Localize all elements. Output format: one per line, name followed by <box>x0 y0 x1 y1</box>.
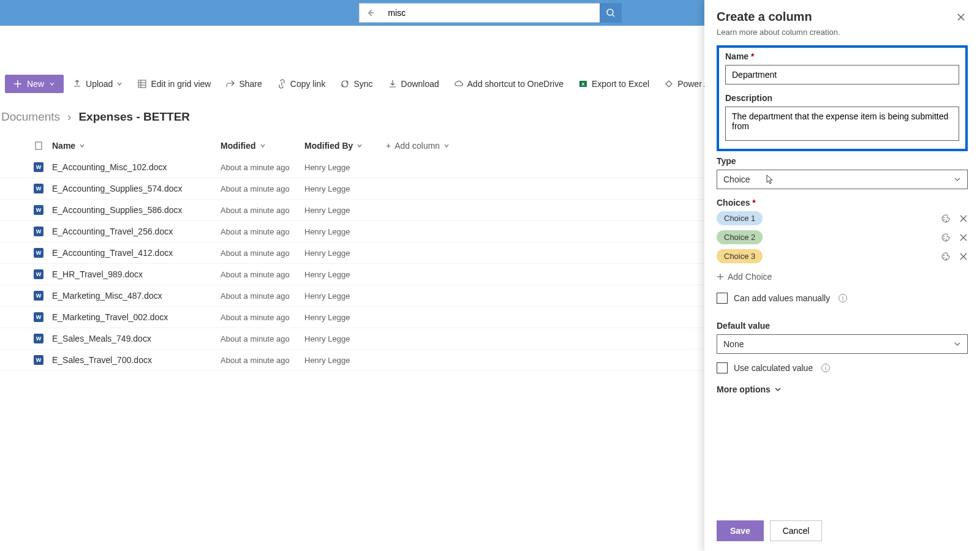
info-icon[interactable]: i <box>821 364 830 371</box>
file-name[interactable]: E_Accounting_Travel_256.docx <box>52 227 173 236</box>
chevron-down-icon <box>49 81 55 87</box>
search-icon <box>606 8 616 18</box>
edit-grid-label: Edit in grid view <box>151 79 211 89</box>
export-excel-button[interactable]: X Export to Excel <box>572 75 655 93</box>
edit-grid-button[interactable]: Edit in grid view <box>131 75 217 93</box>
word-file-icon <box>34 291 43 301</box>
modified-cell: About a minute ago <box>221 227 290 236</box>
type-select-value: Choice <box>723 174 750 184</box>
panel-subtitle-link[interactable]: Learn more about column creation. <box>717 28 968 37</box>
remove-choice-icon[interactable] <box>959 233 968 242</box>
panel-close-button[interactable] <box>954 10 968 24</box>
sync-label: Sync <box>353 79 372 89</box>
modified-by-cell: Henry Legge <box>304 249 350 258</box>
choice-pill[interactable]: Choice 2 <box>717 230 763 244</box>
modified-cell: About a minute ago <box>221 163 290 172</box>
chevron-down-icon <box>260 143 266 149</box>
cloud-plus-icon <box>454 79 464 89</box>
palette-icon[interactable] <box>941 252 951 261</box>
file-name[interactable]: E_Accounting_Misc_102.docx <box>52 162 167 172</box>
can-add-manually-checkbox[interactable] <box>717 293 728 304</box>
search-back-button[interactable] <box>359 3 382 23</box>
remove-choice-icon[interactable] <box>959 214 968 223</box>
file-name[interactable]: E_Marketing_Misc_487.docx <box>52 291 162 301</box>
svg-point-16 <box>946 220 947 222</box>
grid-icon <box>137 79 147 89</box>
share-button[interactable]: Share <box>219 75 268 93</box>
column-header-modified-by[interactable]: Modified By <box>304 141 386 151</box>
copy-link-button[interactable]: Copy link <box>271 75 332 93</box>
info-icon[interactable]: i <box>839 294 847 302</box>
modified-by-cell: Henry Legge <box>304 334 350 343</box>
description-label: Description <box>725 93 959 103</box>
choice-pill[interactable]: Choice 1 <box>717 211 763 225</box>
modified-cell: About a minute ago <box>221 291 290 301</box>
file-type-icon <box>34 141 43 151</box>
upload-button[interactable]: Upload <box>66 75 129 93</box>
svg-rect-11 <box>36 142 42 149</box>
chevron-down-icon <box>954 176 961 183</box>
word-file-icon <box>34 334 43 343</box>
description-textarea[interactable]: The department that the expense item is … <box>725 107 959 141</box>
can-add-manually-label: Can add values manually <box>734 293 830 303</box>
breadcrumb-current: Expenses - BETTER <box>78 110 190 124</box>
file-name[interactable]: E_Marketing_Travel_002.docx <box>52 312 168 322</box>
svg-point-1 <box>607 9 613 15</box>
choice-row: Choice 3 <box>717 249 968 263</box>
use-calculated-checkbox[interactable] <box>717 362 728 371</box>
add-shortcut-button[interactable]: Add shortcut to OneDrive <box>448 75 570 93</box>
name-input[interactable] <box>725 65 959 84</box>
search-button[interactable] <box>600 3 622 23</box>
remove-choice-icon[interactable] <box>959 252 968 261</box>
choice-pill[interactable]: Choice 3 <box>717 249 763 263</box>
choice-row: Choice 2 <box>717 230 968 244</box>
export-excel-label: Export to Excel <box>592 79 649 89</box>
word-file-icon <box>34 269 43 279</box>
modified-by-cell: Henry Legge <box>304 227 350 236</box>
file-name[interactable]: E_Sales_Travel_700.docx <box>52 355 152 365</box>
download-button[interactable]: Download <box>382 75 445 93</box>
svg-text:X: X <box>581 81 585 87</box>
new-button[interactable]: New <box>5 75 64 93</box>
add-choice-button[interactable]: Add Choice <box>717 268 968 285</box>
file-name[interactable]: E_HR_Travel_989.docx <box>52 269 143 279</box>
type-label: Type <box>717 156 968 166</box>
choice-row: Choice 1 <box>717 211 968 225</box>
default-value-text: None <box>723 339 744 349</box>
breadcrumb-parent[interactable]: Documents <box>1 110 60 124</box>
add-column-button[interactable]: +Add column <box>386 141 459 151</box>
modified-by-cell: Henry Legge <box>304 184 350 193</box>
add-choice-label: Add Choice <box>728 272 772 282</box>
column-header-modified[interactable]: Modified <box>221 141 304 151</box>
svg-point-24 <box>943 255 944 256</box>
palette-icon[interactable] <box>941 214 951 223</box>
file-name[interactable]: E_Sales_Meals_749.docx <box>52 334 151 343</box>
sync-button[interactable]: Sync <box>334 75 379 93</box>
chevron-down-icon <box>443 143 450 149</box>
modified-by-cell: Henry Legge <box>304 163 350 172</box>
default-value-select[interactable]: None <box>717 334 968 354</box>
modified-by-cell: Henry Legge <box>304 313 350 322</box>
file-name[interactable]: E_Accounting_Supplies_586.docx <box>52 205 183 215</box>
default-value-label: Default value <box>717 321 968 331</box>
highlight-region: Name * Description The department that t… <box>717 45 968 151</box>
svg-point-15 <box>943 219 944 220</box>
file-name[interactable]: E_Accounting_Travel_412.docx <box>52 248 173 258</box>
file-name[interactable]: E_Accounting_Supplies_574.docx <box>52 184 183 193</box>
column-header-name[interactable]: Name <box>52 141 221 151</box>
close-icon <box>957 13 965 21</box>
modified-cell: About a minute ago <box>221 249 290 258</box>
type-select[interactable]: Choice <box>717 170 968 189</box>
word-file-icon <box>34 227 43 236</box>
download-icon <box>388 79 398 89</box>
search-input[interactable] <box>382 3 600 23</box>
svg-point-26 <box>946 258 947 260</box>
modified-by-cell: Henry Legge <box>304 291 350 301</box>
modified-cell: About a minute ago <box>221 356 290 365</box>
svg-line-2 <box>612 15 614 17</box>
svg-point-19 <box>943 236 944 237</box>
new-button-label: New <box>27 79 44 89</box>
palette-icon[interactable] <box>941 233 951 242</box>
modified-by-cell: Henry Legge <box>304 270 350 279</box>
svg-point-14 <box>943 217 944 218</box>
